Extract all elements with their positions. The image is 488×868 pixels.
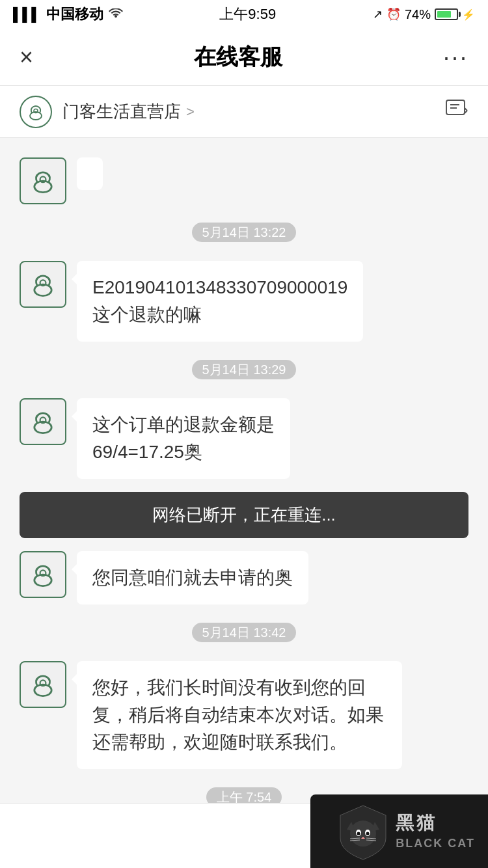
store-info: 门客生活直营店 > bbox=[20, 96, 195, 128]
avatar-1 bbox=[20, 261, 66, 308]
black-cat-inner: 黑猫 BLACK CAT bbox=[337, 802, 475, 861]
network-toast: 网络已断开，正在重连... bbox=[20, 492, 468, 538]
message-row-3: 您同意咱们就去申请的奥 bbox=[0, 545, 488, 611]
bubble-2-text: 这个订单的退款金额是69/4=17.25奥 bbox=[92, 414, 275, 462]
bubble-4: 您好，我们长时间没有收到您的回复，稍后将自动结束本次对话。如果还需帮助，欢迎随时… bbox=[77, 661, 402, 769]
battery-fill bbox=[437, 11, 451, 18]
close-button[interactable]: × bbox=[20, 44, 33, 71]
charging-icon: ⚡ bbox=[462, 8, 475, 21]
store-name: 门客生活直营店 bbox=[62, 100, 181, 123]
more-button[interactable]: ··· bbox=[443, 44, 468, 71]
message-row-4: 您好，我们长时间没有收到您的回复，稍后将自动结束本次对话。如果还需帮助，欢迎随时… bbox=[0, 655, 488, 776]
svg-point-18 bbox=[350, 821, 376, 847]
chat-area: 5月14日 13:22 E201904101348330709000019这个退… bbox=[0, 138, 488, 832]
bubble-1: E201904101348330709000019这个退款的嘛 bbox=[77, 261, 363, 342]
location-icon: ↗ bbox=[373, 7, 383, 21]
black-cat-shield-icon bbox=[337, 802, 389, 861]
svg-point-24 bbox=[366, 832, 370, 835]
bubble-3-text: 您同意咱们就去申请的奥 bbox=[92, 567, 293, 588]
avatar-4 bbox=[20, 661, 66, 708]
wifi-icon bbox=[109, 6, 123, 23]
chevron-right-icon: > bbox=[186, 103, 195, 120]
bubble-4-text: 您好，我们长时间没有收到您的回复，稍后将自动结束本次对话。如果还需帮助，欢迎随时… bbox=[92, 677, 384, 752]
status-bar: ▌▌▌ 中国移动 上午9:59 ↗ ⏰ 74% ⚡ bbox=[0, 0, 488, 29]
bubble-2: 这个订单的退款金额是69/4=17.25奥 bbox=[77, 398, 290, 479]
black-cat-chinese: 黑猫 bbox=[396, 811, 475, 835]
store-logo bbox=[20, 96, 52, 128]
status-right-section: ↗ ⏰ 74% ⚡ bbox=[373, 7, 475, 22]
timestamp-2: 5月14日 13:29 bbox=[0, 361, 488, 379]
black-cat-english: BLACK CAT bbox=[396, 836, 475, 851]
avatar-2 bbox=[20, 398, 66, 445]
network-toast-text: 网络已断开，正在重连... bbox=[152, 505, 336, 524]
bubble-1-text: E201904101348330709000019这个退款的嘛 bbox=[92, 277, 347, 325]
signal-bars: ▌▌▌ bbox=[13, 7, 41, 22]
bubble-3: 您同意咱们就去申请的奥 bbox=[77, 551, 308, 604]
store-name-row: 门客生活直营店 > bbox=[62, 100, 195, 123]
store-header[interactable]: 门客生活直营店 > bbox=[0, 86, 488, 138]
timestamp-1: 5月14日 13:22 bbox=[0, 224, 488, 241]
bubble-partial bbox=[77, 157, 103, 190]
svg-point-23 bbox=[357, 832, 360, 835]
timestamp-3: 5月14日 13:42 bbox=[0, 624, 488, 642]
black-cat-text: 黑猫 BLACK CAT bbox=[396, 811, 475, 852]
page-title: 在线客服 bbox=[194, 42, 282, 72]
carrier-name: 中国移动 bbox=[46, 5, 103, 24]
nav-bar: × 在线客服 ··· bbox=[0, 29, 488, 86]
avatar-partial bbox=[20, 157, 66, 204]
battery-icon bbox=[435, 8, 458, 20]
battery-percent: 74% bbox=[405, 7, 431, 22]
chat-list-icon[interactable] bbox=[445, 98, 468, 126]
message-row-1: E201904101348330709000019这个退款的嘛 bbox=[0, 254, 488, 348]
partial-message-row bbox=[0, 151, 488, 211]
carrier-info: ▌▌▌ 中国移动 bbox=[13, 5, 123, 24]
alarm-icon: ⏰ bbox=[386, 7, 401, 21]
black-cat-watermark: 黑猫 BLACK CAT bbox=[310, 794, 488, 868]
status-time: 上午9:59 bbox=[219, 5, 276, 24]
avatar-3 bbox=[20, 551, 66, 598]
message-row-2: 这个订单的退款金额是69/4=17.25奥 bbox=[0, 392, 488, 485]
